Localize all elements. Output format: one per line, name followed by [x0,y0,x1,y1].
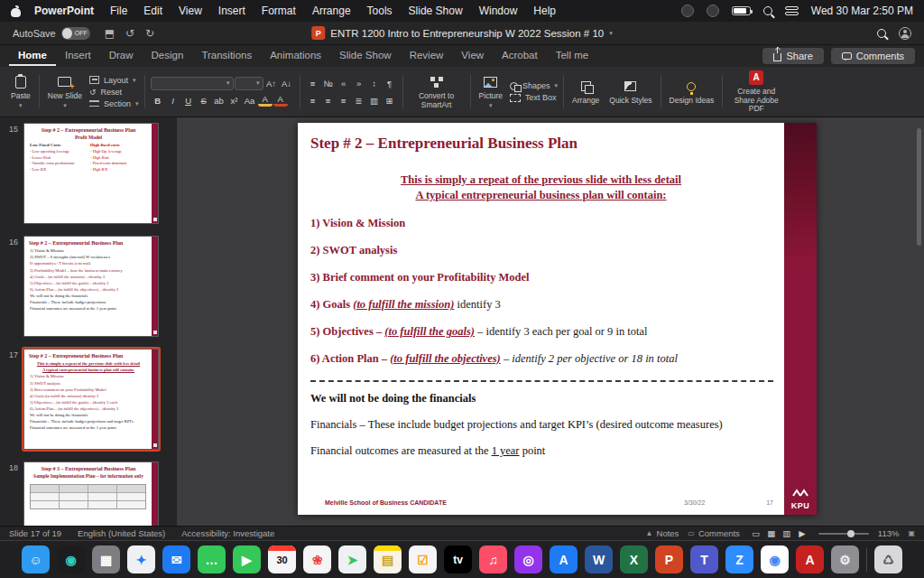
dock-excel-icon[interactable]: X [620,545,648,573]
dock-messages-icon[interactable]: … [198,545,226,573]
dock-system-preferences-icon[interactable]: ⚙ [831,545,859,573]
superscript-button[interactable]: x² [227,94,242,107]
dock-chrome-icon[interactable]: ◉ [761,545,789,573]
dock-zoom-icon[interactable]: Z [725,545,753,573]
dock-safari-icon[interactable]: ✦ [127,545,155,573]
slide-thumbnail-18[interactable]: Step # 3 – Entrepreneurial Business Plan… [23,461,159,526]
dock-siri-icon[interactable]: ◉ [57,545,85,573]
menu-item-slide-show[interactable]: Slide Show [401,5,471,17]
tab-acrobat[interactable]: Acrobat [493,46,547,66]
document-title-area[interactable]: P ENTR 1200 Intro to Entrepreneurship W … [311,22,613,44]
font-color-button[interactable]: A [273,95,288,107]
italic-button[interactable]: I [166,94,180,107]
zoom-level[interactable]: 113% [878,528,900,538]
paste-button[interactable]: Paste ▾ [8,72,33,112]
shadow-button[interactable]: ab [212,94,226,107]
decrease-indent-button[interactable]: « [337,77,351,90]
dock-mail-icon[interactable]: ✉ [162,545,190,573]
notes-button[interactable]: ▲ Notes [646,528,679,538]
title-chevron-icon[interactable]: ▾ [609,30,613,37]
justify-button[interactable]: ≣ [352,94,366,107]
control-center-icon[interactable] [785,6,799,15]
dock-finder-icon[interactable]: ☺ [22,545,50,573]
undo-icon[interactable]: ↺ [125,27,134,40]
tab-draw[interactable]: Draw [100,46,143,66]
text-direction-button[interactable]: ¶ [383,77,397,90]
align-center-button[interactable]: ≡ [321,94,336,107]
dock-notes-icon[interactable]: ▤ [374,545,402,573]
tab-design[interactable]: Design [143,46,193,66]
normal-view-button[interactable]: ▭ [749,527,763,540]
menu-item-window[interactable]: Window [471,5,526,17]
dock-maps-icon[interactable]: ➤ [338,545,366,573]
slide-thumbnail-16[interactable]: Step # 2 – Entrepreneurial Business Plan… [23,236,159,337]
search-icon[interactable] [877,29,886,38]
new-slide-button[interactable]: New Slide ▾ [45,72,85,112]
menu-item-format[interactable]: Format [254,5,304,17]
dock-launchpad-icon[interactable]: ▦ [92,545,120,573]
autosave-control[interactable]: AutoSave OFF [13,27,90,40]
vertical-scrollbar[interactable] [917,128,921,246]
design-ideas-button[interactable]: Design Ideas [667,77,717,107]
apple-logo-icon[interactable] [11,5,21,17]
reset-button[interactable]: ↺ Reset [89,88,139,97]
convert-to-smartart-button[interactable]: Convert to SmartArt [409,72,465,112]
menu-item-powerpoint[interactable]: PowerPoint [26,5,102,17]
dock-trash-icon[interactable]: ♺ [874,545,902,573]
table-button[interactable]: ⊞ [383,94,397,107]
fit-slide-icon[interactable]: ▣ [908,529,915,537]
menu-item-view[interactable]: View [171,5,210,17]
slide-thumbnail-17[interactable]: Step # 2 – Entrepreneurial Business Plan… [23,349,159,450]
dock-word-icon[interactable]: W [585,545,613,573]
increase-font-size-button[interactable]: A↑ [264,77,279,90]
slide-thumbnail-15[interactable]: Step # 2 – Entrepreneurial Business Plan… [23,123,159,224]
autosave-toggle[interactable]: OFF [61,27,90,40]
tab-view[interactable]: View [452,46,493,66]
dock-music-icon[interactable]: ♫ [479,545,507,573]
dock-facetime-icon[interactable]: ▶ [233,545,261,573]
menu-item-insert[interactable]: Insert [210,5,254,17]
current-slide[interactable]: Step # 2 – Entrepreneurial Business Plan… [298,123,817,515]
picture-button[interactable]: Picture ▾ [476,72,505,112]
zoom-slider-knob[interactable] [847,530,855,537]
tab-animations[interactable]: Animations [261,46,330,66]
menu-item-arrange[interactable]: Arrange [304,5,359,17]
highlight-button[interactable]: A [258,95,273,107]
slide-sorter-button[interactable]: ▦ [764,527,779,540]
tab-insert[interactable]: Insert [56,46,100,66]
bold-button[interactable]: B [151,94,165,107]
menu-item-edit[interactable]: Edit [135,5,171,17]
language-button[interactable]: English (United States) [78,528,165,538]
dock-powerpoint-icon[interactable]: P [655,545,683,573]
columns-button[interactable]: ▥ [367,94,382,107]
underline-button[interactable]: U [181,94,196,107]
menu-item-help[interactable]: Help [525,5,564,17]
change-case-button[interactable]: Aa [243,94,257,107]
tab-review[interactable]: Review [401,46,453,66]
menu-item-tools[interactable]: Tools [359,5,401,17]
arrange-button[interactable]: Arrange [569,77,602,107]
reading-view-button[interactable]: ▥ [780,527,794,540]
section-button[interactable]: Section ▾ [89,99,139,108]
strikethrough-button[interactable]: S [197,94,211,107]
share-button[interactable]: Share [762,48,823,64]
dock-tv-icon[interactable]: tv [444,545,472,573]
line-spacing-button[interactable]: ↕ [367,77,382,90]
font-family-select[interactable]: ▾ [151,77,234,90]
dock-acrobat-icon[interactable]: A [796,545,824,573]
tab-home[interactable]: Home [9,46,56,66]
layout-button[interactable]: Layout ▾ [89,76,139,85]
dock-podcasts-icon[interactable]: ◎ [514,545,542,573]
tab-transitions[interactable]: Transitions [192,46,261,66]
align-left-button[interactable]: ≡ [306,94,320,107]
menubar-status-icon-1[interactable] [681,5,694,17]
battery-icon[interactable] [732,6,751,15]
dock-reminders-icon[interactable]: ☑ [409,545,437,573]
accessibility-button[interactable]: Accessibility: Investigate [181,528,274,538]
dock-photos-icon[interactable]: ❀ [303,545,331,573]
dock-calendar-icon[interactable]: 30 [268,545,296,573]
dock-app-store-icon[interactable]: A [550,545,578,573]
tab-tell-me[interactable]: Tell me [547,46,597,66]
tab-slide-show[interactable]: Slide Show [330,46,401,66]
document-title[interactable]: ENTR 1200 Intro to Entrepreneurship W 20… [330,28,604,39]
